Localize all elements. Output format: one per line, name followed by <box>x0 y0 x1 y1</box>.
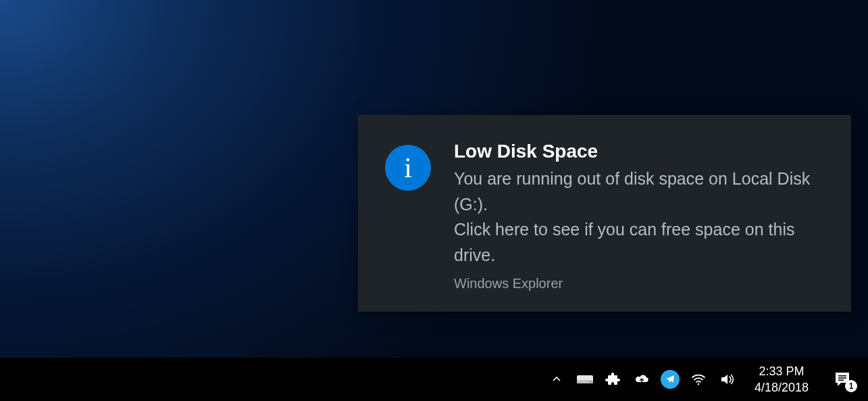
telegram-icon[interactable] <box>657 364 683 395</box>
notification-toast[interactable]: i Low Disk Space You are running out of … <box>358 115 851 312</box>
notification-title: Low Disk Space <box>454 141 824 162</box>
clock-date: 4/18/2018 <box>755 379 809 396</box>
action-center-button[interactable]: 1 <box>823 364 861 395</box>
svg-rect-6 <box>838 379 844 381</box>
cloud-sync-icon[interactable] <box>629 364 655 395</box>
volume-icon[interactable] <box>714 364 740 395</box>
notification-count-badge: 1 <box>845 380 857 392</box>
wifi-icon[interactable] <box>686 364 711 395</box>
show-hidden-icons-chevron-icon[interactable] <box>544 364 569 395</box>
info-icon: i <box>385 145 431 191</box>
notification-source: Windows Explorer <box>454 276 824 291</box>
notification-body: Low Disk Space You are running out of di… <box>454 141 824 291</box>
system-tray: 2:33 PM 4/18/2018 1 <box>544 363 861 396</box>
svg-rect-5 <box>838 377 846 379</box>
svg-rect-4 <box>838 375 846 377</box>
svg-point-2 <box>590 381 592 383</box>
clock-time: 2:33 PM <box>755 363 809 379</box>
clock[interactable]: 2:33 PM 4/18/2018 <box>746 363 817 396</box>
taskbar: 2:33 PM 4/18/2018 1 <box>0 358 868 401</box>
drive-icon[interactable] <box>572 364 598 395</box>
extension-icon[interactable] <box>601 364 626 395</box>
svg-point-3 <box>698 383 700 385</box>
notification-message: You are running out of disk space on Loc… <box>454 166 824 268</box>
